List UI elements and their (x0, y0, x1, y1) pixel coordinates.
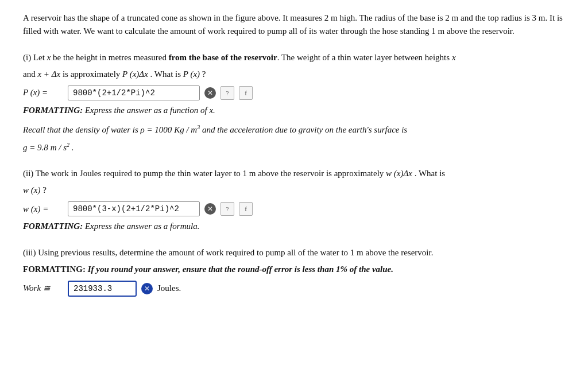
part1-description2: and x + Δx is approximately P (x)Δx . Wh… (23, 68, 565, 81)
part1-gravity-text: g = 9.8 m / s2 . (23, 143, 74, 152)
part1-desc3: and x + Δx is approximately P (x)Δx . Wh… (23, 69, 206, 79)
part1-clear-button[interactable]: ✕ (204, 87, 216, 99)
intro-text: A reservoir has the shape of a truncated… (23, 11, 565, 38)
part3-clear-button[interactable]: ✕ (141, 283, 153, 294)
part3-formatting-label: FORMATTING: (23, 265, 86, 274)
part2-formatting-label: FORMATTING: (23, 222, 83, 231)
part3-answer-input[interactable]: 231933.3 (68, 281, 137, 297)
part2-formatting: FORMATTING: Express the answer as a form… (23, 220, 565, 233)
part3-section: (iii) Using previous results, determine … (23, 246, 565, 297)
part3-joules-label: Joules. (157, 282, 181, 295)
part1-bold: from the base of the reservoir (169, 53, 277, 62)
part2-input-row: w (x) = 9800*(3-x)(2+1/2*Pi)^2 ✕ ? f (23, 201, 565, 216)
part1-book2-icon[interactable]: f (239, 86, 253, 100)
part3-work-label: Work ≅ (23, 282, 63, 295)
part2-description: (ii) The work in Joules required to pump… (23, 167, 565, 180)
clear-icon: ✕ (207, 89, 213, 97)
part2-section: (ii) The work in Joules required to pump… (23, 167, 565, 234)
part1-book1-icon[interactable]: ? (220, 86, 234, 100)
clear-icon2: ✕ (207, 205, 213, 213)
part3-description: (iii) Using previous results, determine … (23, 246, 565, 259)
part1-section: (i) Let x be the height in metres measur… (23, 51, 565, 154)
part1-density-text: Recall that the density of water is ρ = … (23, 125, 407, 134)
part1-desc2: . The weight of a thin water layer betwe… (277, 53, 456, 62)
part1-answer-input[interactable]: 9800*(2+1/2*Pi)^2 (68, 86, 200, 100)
part3-input-row: Work ≅ 231933.3 ✕ Joules. (23, 281, 565, 297)
part2-eq-label: w (x) = (23, 203, 63, 216)
part2-clear-button[interactable]: ✕ (204, 203, 216, 215)
part3-formatting: FORMATTING: If you round your answer, en… (23, 263, 565, 276)
part1-input-row: P (x) = 9800*(2+1/2*Pi)^2 ✕ ? f (23, 86, 565, 100)
part1-density: Recall that the density of water is ρ = … (23, 123, 565, 137)
part1-eq-label: P (x) = (23, 86, 63, 99)
part1-formatting-label: FORMATTING: (23, 106, 83, 115)
part1-description: (i) Let x be the height in metres measur… (23, 51, 565, 64)
part1-formatting: FORMATTING: Express the answer as a func… (23, 104, 565, 117)
part2-book2-icon[interactable]: f (239, 202, 253, 216)
part1-label: (i) Let x be the height in metres measur… (23, 53, 169, 62)
part1-formatting-text: Express the answer as a function of x. (85, 106, 215, 115)
intro-section: A reservoir has the shape of a truncated… (23, 11, 565, 38)
part1-gravity: g = 9.8 m / s2 . (23, 141, 565, 154)
part2-label: (ii) The work in Joules required to pump… (23, 169, 445, 178)
clear-icon3: ✕ (144, 285, 150, 293)
part2-question: ? (40, 185, 46, 195)
part3-formatting-text: If you round your answer, ensure that th… (88, 265, 393, 274)
part2-formatting-text: Express the answer as a formula. (85, 222, 199, 231)
part2-description2: w (x) ? (23, 184, 565, 197)
part2-book1-icon[interactable]: ? (220, 202, 234, 216)
part2-answer-input[interactable]: 9800*(3-x)(2+1/2*Pi)^2 (68, 201, 200, 216)
part2-wx: w (x) (23, 185, 40, 195)
